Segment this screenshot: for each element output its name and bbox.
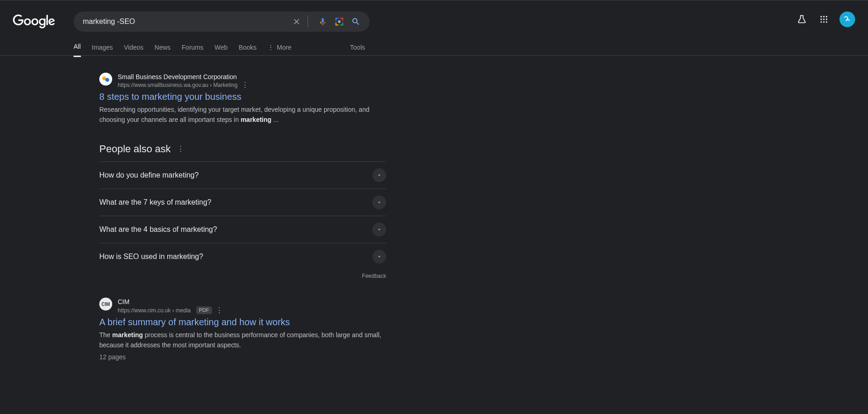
svg-point-15 <box>826 18 827 20</box>
paa-question: What are the 4 basics of marketing? <box>99 225 217 234</box>
paa-item[interactable]: How do you define marketing? <box>99 161 386 189</box>
svg-point-13 <box>821 18 822 20</box>
source-url: https://www.cim.co.uk › media PDF ⋮ <box>118 306 223 314</box>
chevron-down-icon <box>372 250 386 264</box>
pages-note: 12 pages <box>99 353 386 361</box>
source-url: https://www.smallbusiness.wa.gov.au › Ma… <box>118 81 249 89</box>
separator <box>308 16 308 28</box>
tools-button[interactable]: Tools <box>350 44 365 57</box>
apps-icon[interactable] <box>817 13 830 26</box>
svg-point-10 <box>821 16 822 17</box>
mic-icon[interactable] <box>317 16 328 27</box>
result-favicon <box>99 73 112 86</box>
svg-point-8 <box>338 20 341 23</box>
more-label: More <box>277 44 291 51</box>
search-icon[interactable] <box>350 16 361 27</box>
result-title[interactable]: 8 steps to marketing your business <box>99 92 241 102</box>
paa-item[interactable]: What are the 4 basics of marketing? <box>99 216 386 243</box>
google-logo[interactable] <box>13 14 55 29</box>
feedback-link[interactable]: Feedback <box>99 273 386 279</box>
tab-more[interactable]: ⋮ More <box>268 44 291 57</box>
tab-books[interactable]: Books <box>239 44 257 57</box>
svg-point-11 <box>823 16 824 17</box>
svg-rect-7 <box>342 23 343 25</box>
result-menu-icon[interactable]: ⋮ <box>241 81 249 89</box>
svg-rect-1 <box>336 18 337 21</box>
tab-videos[interactable]: Videos <box>124 44 143 57</box>
clear-icon[interactable] <box>291 16 302 27</box>
paa-item[interactable]: How is SEO used in marketing? <box>99 243 386 270</box>
paa-question: How is SEO used in marketing? <box>99 253 203 261</box>
tabs-underline <box>0 55 868 56</box>
paa-menu-icon[interactable]: ⋮ <box>177 145 184 153</box>
tab-web[interactable]: Web <box>215 44 228 57</box>
svg-rect-5 <box>336 23 337 25</box>
labs-icon[interactable] <box>795 13 808 26</box>
svg-point-14 <box>823 18 824 20</box>
more-dots-icon: ⋮ <box>268 44 274 51</box>
avatar[interactable] <box>839 12 855 27</box>
paa-question: How do you define marketing? <box>99 171 199 179</box>
search-result: Small Business Development Corporation h… <box>99 73 386 125</box>
svg-point-20 <box>105 78 109 82</box>
svg-point-16 <box>821 21 822 23</box>
people-also-ask: People also ask ⋮ How do you define mark… <box>99 143 386 279</box>
result-snippet: The marketing process is central to the … <box>99 330 386 350</box>
svg-point-17 <box>823 21 824 23</box>
search-bar <box>74 12 370 32</box>
svg-rect-3 <box>342 18 343 21</box>
tab-news[interactable]: News <box>154 44 171 57</box>
tab-forums[interactable]: Forums <box>182 44 203 57</box>
chevron-down-icon <box>372 168 386 182</box>
result-favicon: CIM <box>99 298 112 310</box>
paa-question: What are the 7 keys of marketing? <box>99 198 211 207</box>
chevron-down-icon <box>372 223 386 236</box>
result-title[interactable]: A brief summary of marketing and how it … <box>99 317 290 328</box>
chevron-down-icon <box>372 196 386 209</box>
tab-images[interactable]: Images <box>92 44 113 57</box>
result-menu-icon[interactable]: ⋮ <box>216 307 223 314</box>
paa-title: People also ask <box>99 143 171 155</box>
paa-item[interactable]: What are the 7 keys of marketing? <box>99 189 386 216</box>
source-name: Small Business Development Corporation <box>118 73 249 81</box>
svg-point-18 <box>826 21 827 23</box>
search-result: CIM CIM https://www.cim.co.uk › media PD… <box>99 298 386 360</box>
search-input[interactable] <box>83 17 286 26</box>
svg-point-12 <box>826 16 827 17</box>
lens-icon[interactable] <box>334 16 345 27</box>
source-name: CIM <box>118 298 223 306</box>
result-snippet: Researching opportunities, identifying y… <box>99 105 386 125</box>
pdf-badge: PDF <box>196 306 212 314</box>
